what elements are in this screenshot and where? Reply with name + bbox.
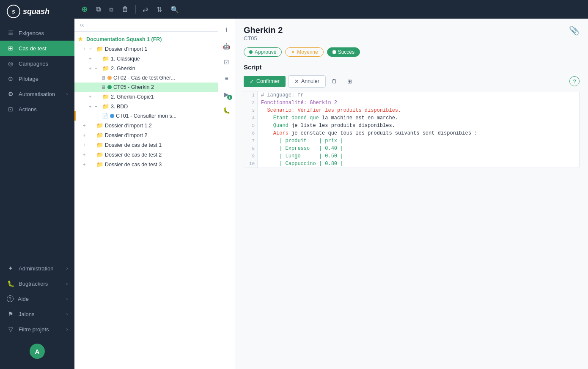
user-avatar[interactable]: A (30, 344, 45, 359)
sidebar-item-label: Aide (18, 296, 62, 302)
table2-icon-button[interactable]: ⊞ (343, 75, 356, 88)
tree-project-root[interactable]: ★ Documentation Squash 1 (FR) (74, 34, 218, 44)
tree-item[interactable]: + − 📁 2. Gherkin (74, 63, 218, 73)
chevron-right-icon: › (66, 297, 68, 301)
info-button[interactable]: ℹ (220, 24, 233, 36)
automatisation-icon: ⚙ (7, 91, 14, 97)
copy-icon[interactable]: ⧉ (94, 4, 102, 15)
approuve-label: Approuvé (255, 49, 276, 55)
sidebar-item-automatisation[interactable]: ⚙ Automatisation › (0, 86, 74, 102)
logo-icon: s (7, 5, 20, 18)
folder-icon: 📁 (96, 142, 103, 148)
side-icons-panel: ℹ 🤖 ☑ ≡ ▶ 1 🐛 (218, 19, 235, 369)
confirm-button[interactable]: ✓ Confirmer (244, 76, 286, 87)
sort-icon[interactable]: ⇅ (155, 4, 164, 15)
play-button[interactable]: ▶ 1 (220, 88, 233, 101)
cas-de-test-icon: ⊞ (7, 45, 14, 52)
sidebar-item-aide[interactable]: ? Aide › (0, 291, 74, 306)
content-area: ‹‹ ★ Documentation Squash 1 (FR) + − 📁 D… (74, 19, 588, 369)
sidebar-item-filtre-projets[interactable]: ▽ Filtre projets › (0, 322, 74, 337)
expand-icon[interactable]: + (87, 94, 93, 100)
tree-panel: ‹‹ ★ Documentation Squash 1 (FR) + − 📁 D… (74, 19, 218, 369)
aide-icon: ? (7, 295, 14, 302)
cancel-button[interactable]: ✕ Annuler (288, 75, 326, 88)
expand-icon[interactable]: + (81, 142, 87, 148)
minus-icon: − (89, 46, 95, 52)
sidebar-item-jalons[interactable]: ⚑ Jalons › (0, 306, 74, 322)
expand-icon[interactable]: + (87, 104, 93, 110)
succes-label: Succès (338, 49, 354, 55)
sidebar-item-label: Cas de test (19, 45, 68, 52)
check-button[interactable]: ☑ (220, 56, 233, 69)
table-icon-button[interactable]: 🗒 (328, 75, 341, 88)
tree-item-label: Dossier de cas de test 2 (105, 152, 215, 158)
svg-text:s: s (12, 8, 15, 15)
expand-icon[interactable]: + (81, 46, 87, 52)
tree-item[interactable]: + − 📁 3. BDD (74, 102, 218, 111)
tree-item[interactable]: + − 📁 Dossier d'import 1 (74, 44, 218, 54)
code-line: 8 | Expresso | 0.40 | (244, 145, 579, 152)
paste-icon[interactable]: ⧈ (107, 4, 115, 15)
search-icon[interactable]: 🔍 (169, 4, 181, 15)
expand-icon[interactable]: + (87, 56, 93, 62)
help-button[interactable]: ? (569, 76, 580, 86)
expand-icon[interactable]: + (81, 123, 87, 129)
sidebar-item-campagnes[interactable]: ◎ Campagnes (0, 56, 74, 71)
chevron-right-icon: › (66, 266, 68, 271)
expand-icon[interactable]: + (81, 162, 87, 168)
bug-button[interactable]: 🐛 (220, 104, 233, 117)
tree-test-item[interactable]: 🖥 CT02 - Cas de test Gher... (74, 73, 218, 83)
expand-icon[interactable]: + (81, 132, 87, 138)
transfer-icon[interactable]: ⇄ (141, 4, 150, 15)
code-line: 10 | Cappuccino | 0.80 | (244, 160, 579, 168)
code-editor[interactable]: 1 # language: fr 2 Fonctionnalité: Gherk… (244, 91, 580, 168)
sidebar-nav: ☰ Exigences ⊞ Cas de test ◎ Campagnes ⊙ … (0, 23, 74, 253)
pilotage-icon: ⊙ (7, 75, 14, 82)
sidebar-item-cas-de-test[interactable]: ⊞ Cas de test (0, 41, 74, 56)
tree-test-item-selected[interactable]: 🖥 CT05 - Gherkin 2 (74, 83, 218, 92)
detail-title: Gherkin 2 (244, 25, 283, 35)
badge-moyenne[interactable]: ▼ Moyenne (285, 47, 323, 57)
sidebar-item-actions[interactable]: ⊡ Actions (0, 102, 74, 117)
project-root-label: Documentation Squash 1 (FR) (86, 36, 162, 42)
badge-approuve[interactable]: Approuvé (244, 47, 282, 57)
code-line: 9 | Lungo | 0.50 | (244, 152, 579, 160)
logo-area: s squash (0, 0, 74, 23)
logo-text: squash (23, 7, 49, 16)
play-badge: 1 (227, 95, 232, 100)
chevron-right-icon: › (66, 92, 68, 96)
chevron-right-icon: › (66, 281, 68, 286)
tree-item[interactable]: + 📁 Dossier de cas de test 1 (74, 140, 218, 150)
expand-icon[interactable]: + (81, 152, 87, 158)
attachment-icon[interactable]: 📎 (569, 25, 580, 36)
tree-item[interactable]: + 📁 Dossier d'import 2 (74, 130, 218, 140)
sidebar-item-administration[interactable]: ✦ Administration › (0, 261, 74, 276)
tree-test-item[interactable]: 📄 CT01 - Consulter mon s... (74, 111, 218, 121)
badge-succes[interactable]: Succès (327, 47, 360, 57)
tree-item-label: CT05 - Gherkin 2 (113, 84, 215, 90)
table-icon: 🗒 (332, 78, 337, 85)
tree-item-label: 1. Classique (111, 56, 215, 62)
expand-icon[interactable]: + (87, 66, 93, 72)
bugtrackers-icon: 🐛 (7, 280, 14, 287)
sidebar-item-pilotage[interactable]: ⊙ Pilotage (0, 71, 74, 86)
sidebar-item-label: Actions (19, 106, 68, 113)
sidebar-item-label: Automatisation (19, 91, 62, 97)
tree-item[interactable]: + 📁 2. Gherkin-Copie1 (74, 92, 218, 102)
minus-icon: − (95, 104, 101, 109)
sidebar-item-label: Bugtrackers (19, 281, 62, 287)
tree-item[interactable]: + 📁 Dossier de cas de test 2 (74, 150, 218, 160)
list-button[interactable]: ≡ (220, 72, 233, 85)
folder-icon: 📁 (96, 161, 103, 168)
tree-item[interactable]: + 📁 1. Classique (74, 54, 218, 63)
jalons-icon: ⚑ (7, 311, 14, 317)
robot-button[interactable]: 🤖 (220, 40, 233, 52)
tree-item[interactable]: + 📁 Dossier de cas de test 3 (74, 160, 218, 169)
delete-icon[interactable]: 🗑 (120, 4, 130, 15)
collapse-tree-button[interactable]: ‹‹ (78, 21, 86, 29)
tree-item-label: Dossier de cas de test 1 (105, 142, 215, 148)
add-icon[interactable]: ⊕ (80, 3, 89, 16)
sidebar-item-bugtrackers[interactable]: 🐛 Bugtrackers › (0, 276, 74, 291)
sidebar-item-exigences[interactable]: ☰ Exigences (0, 25, 74, 41)
tree-item[interactable]: + 📁 Dossier d'import 1.2 (74, 121, 218, 130)
